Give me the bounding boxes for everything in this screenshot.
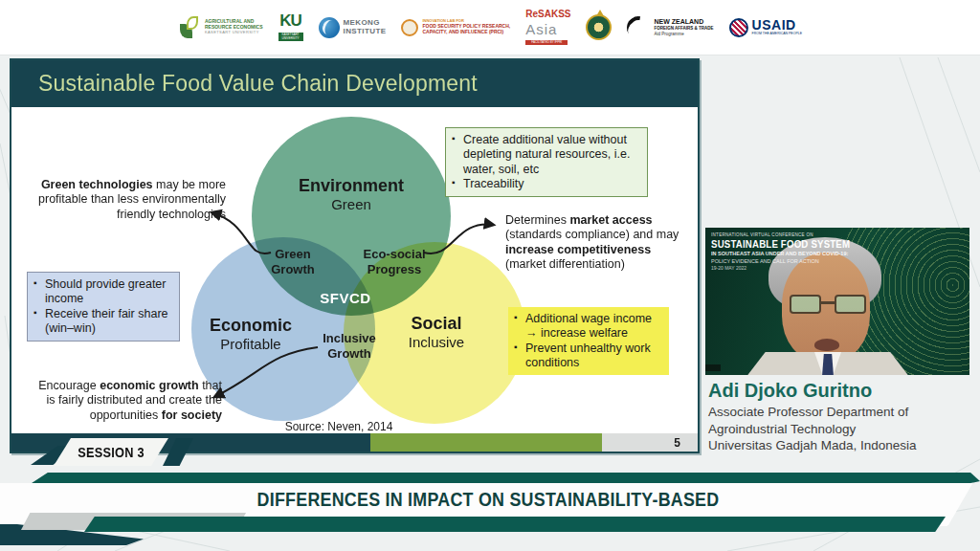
nz-logo-line2: FOREIGN AFFAIRS & TRADE xyxy=(654,26,713,31)
speaker-name: Adi Djoko Guritno xyxy=(708,380,872,402)
venn-label-eco-social-progress: Eco-social Progress xyxy=(337,247,452,278)
annotation-economic-growth: Encourage economic growth that is fairly… xyxy=(29,379,222,423)
session-label: SESSION 3 xyxy=(54,438,168,466)
glasses-icon xyxy=(790,295,866,316)
conference-backdrop-text: INTERNATIONAL VIRTUAL CONFERENCE ON SUST… xyxy=(711,232,862,271)
slide-title: Sustainable Food Value Chain Development xyxy=(11,60,698,107)
agricultural-resource-economics-logo: AGRICULTURAL AND RESOURCE ECONOMICS KASE… xyxy=(178,16,263,39)
avatar-mouth xyxy=(814,339,839,351)
kasetsart-university-logo: KU KASETSART UNIVERSITY xyxy=(278,13,303,41)
video-name-tag xyxy=(705,364,721,371)
webinar-screen: { "header": { "logos": { "are": { "line1… xyxy=(0,0,980,551)
are-logo-line3: KASETSART UNIVERSITY xyxy=(205,31,263,35)
callout-item: Prevent unhealthy work conditions xyxy=(514,342,661,371)
venn-label-inclusive-growth: Inclusive Growth xyxy=(297,331,402,363)
speaker-role: Associate Professor Department of Agroin… xyxy=(708,404,917,454)
nz-logo-line3: Aid Programme xyxy=(654,32,713,36)
resakss-logo-line3: FACILITATED BY IFPRI xyxy=(525,40,568,45)
banner-teal-strip xyxy=(84,517,946,532)
slide-content: Environment Green Economic Profitable So… xyxy=(11,107,698,433)
callout-item: Traceability xyxy=(452,177,639,191)
presentation-slide: Sustainable Food Value Chain Development… xyxy=(10,58,700,453)
leaf-icon xyxy=(178,16,201,39)
footer-gray-segment: 5 xyxy=(602,433,698,452)
venn-label-green-growth: Green Growth xyxy=(245,247,341,278)
annotation-market-access: Determines market access (standards comp… xyxy=(505,213,681,272)
callout-item: Create additional value without depletin… xyxy=(452,133,639,177)
ku-logo-sub: KASETSART UNIVERSITY xyxy=(278,33,303,41)
resakss-logo-line1: ReSAKSS xyxy=(525,10,570,19)
callout-environment-box: Create additional value without depletin… xyxy=(445,127,648,197)
venn-label-environment: Environment Green xyxy=(275,176,428,212)
partner-logo-bar: AGRICULTURAL AND RESOURCE ECONOMICS KASE… xyxy=(0,0,980,55)
slide-page-number: 5 xyxy=(674,436,680,450)
mekong-institute-logo: MEKONG INSTITUTE xyxy=(319,17,387,38)
resakss-logo-line2: Asia xyxy=(525,23,557,36)
callout-social-box: Additional wage income → increase welfar… xyxy=(508,307,669,375)
venn-label-sfvcd: SFVCD xyxy=(298,290,393,306)
usaid-logo-text: USAID xyxy=(752,18,802,32)
callout-economic-box: Should provide greater income Receive th… xyxy=(27,272,180,342)
callout-item: Receive their fair share (win–win) xyxy=(33,307,171,337)
source-citation: Source: Neven, 2014 xyxy=(243,420,434,433)
annotation-green-technologies: Green technologies may be more profitabl… xyxy=(38,178,226,222)
seal-icon xyxy=(729,18,748,37)
globe-icon xyxy=(319,17,340,38)
callout-item: Additional wage income → increase welfar… xyxy=(514,312,661,342)
nz-logo-line1: NEW ZEALAND xyxy=(654,18,713,26)
banner-title: DIFFERENCES IN IMPACT ON SUSTAINABILITY-… xyxy=(171,488,806,511)
prci-logo-line3: CAPACITY, AND INFLUENCE (PRCI) xyxy=(422,30,510,35)
avatar-body xyxy=(736,352,920,375)
resakss-asia-logo: ReSAKSS Asia FACILITATED BY IFPRI xyxy=(525,10,570,45)
usaid-logo: USAID FROM THE AMERICAN PEOPLE xyxy=(729,18,802,37)
callout-item: Should provide greater income xyxy=(33,277,171,307)
usaid-logo-sub: FROM THE AMERICAN PEOPLE xyxy=(752,32,802,35)
mekong-logo-line2: INSTITUTE xyxy=(344,28,387,35)
new-zealand-aid-logo: NEW ZEALAND FOREIGN AFFAIRS & TRADE Aid … xyxy=(627,16,713,39)
footer-olive-segment xyxy=(370,433,602,452)
prci-logo: INNOVATION LAB FOR FOOD SECURITY POLICY … xyxy=(401,19,510,36)
globe-icon xyxy=(401,19,418,36)
fern-icon xyxy=(623,11,655,43)
university-crest-icon xyxy=(586,14,612,40)
ku-logo-text: KU xyxy=(279,13,301,28)
speaker-video-feed: INTERNATIONAL VIRTUAL CONFERENCE ON SUST… xyxy=(705,228,969,375)
